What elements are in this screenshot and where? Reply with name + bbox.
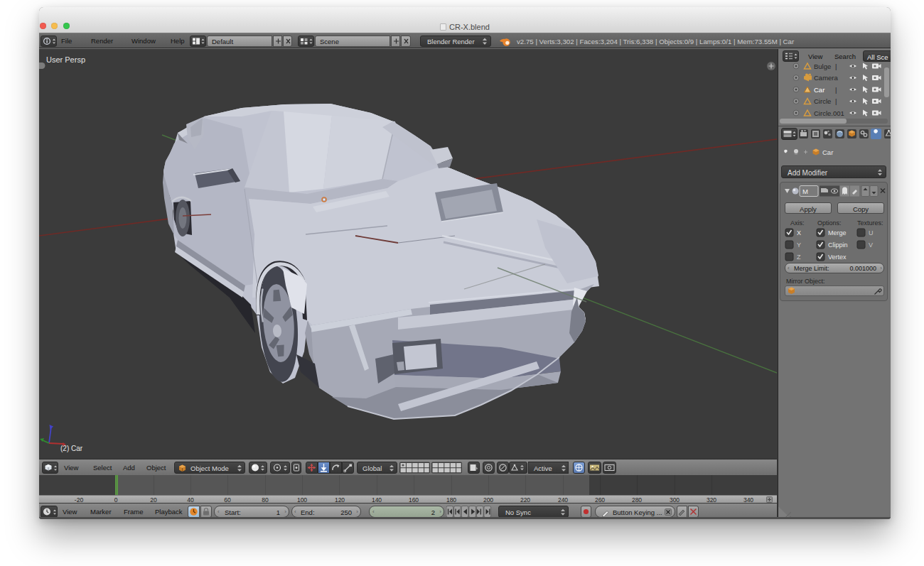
svg-text:Bulge: Bulge [814, 62, 831, 70]
svg-text:Y: Y [797, 241, 801, 249]
svg-text:(2) Car: (2) Car [60, 445, 83, 452]
svg-text:Z: Z [797, 254, 801, 261]
svg-text:V: V [869, 241, 873, 249]
svg-text:X: X [797, 229, 801, 236]
svg-text:|: | [835, 62, 837, 70]
svg-text:User Persp: User Persp [46, 55, 85, 64]
svg-text:Circle: Circle [814, 97, 831, 105]
svg-text:Circle.001: Circle.001 [814, 109, 844, 117]
svg-text:Car: Car [822, 148, 833, 156]
svg-text:|: | [835, 86, 837, 94]
svg-text:Car: Car [814, 86, 824, 94]
svg-text:U: U [869, 229, 874, 236]
svg-text:Vertex: Vertex [828, 254, 847, 261]
svg-text:Camera: Camera [814, 74, 839, 82]
svg-text:Merge: Merge [828, 229, 847, 236]
svg-text:|: | [835, 97, 837, 105]
svg-text:Clippin: Clippin [828, 241, 848, 249]
svg-text:M: M [802, 187, 808, 195]
